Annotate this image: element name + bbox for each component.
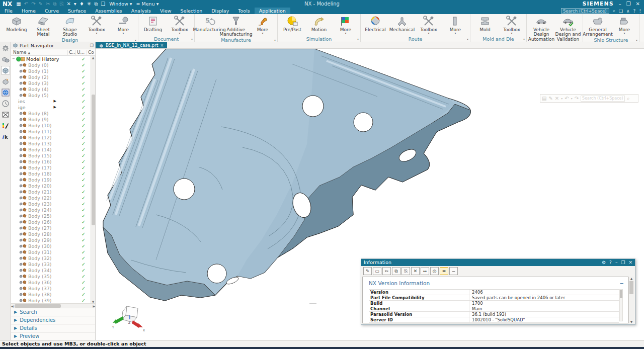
ribbon-tab-application[interactable]: Application	[255, 8, 290, 14]
tree-row-body-16-[interactable]: Body (16)✓	[11, 158, 91, 164]
tree-row-body-5-[interactable]: Body (5)✓	[11, 92, 91, 98]
note-icon[interactable]: ▤	[542, 96, 546, 101]
ribbon-button-mold[interactable]: Mold	[472, 15, 498, 32]
tree-row-body-30-[interactable]: Body (30)✓	[11, 243, 91, 249]
tree-row-body-39-[interactable]: Body (39)✓	[11, 297, 91, 303]
word-wrap-icon[interactable]: ≡	[440, 267, 448, 275]
ribbon-button-toolbox[interactable]: Toolbox▾	[84, 15, 110, 34]
dropdown-arrow-icon[interactable]: ▾	[454, 32, 456, 34]
information-title-bar[interactable]: Information ⚙ ? – ❐ ✕	[361, 259, 635, 266]
ribbon-tab-home[interactable]: Home	[17, 8, 40, 14]
content-scrollbar[interactable]	[619, 289, 623, 321]
tree-horizontal-scrollbar[interactable]: ◀ ▶	[11, 303, 95, 308]
tree-vertical-scrollbar[interactable]: ▲ ▼	[91, 56, 95, 303]
ribbon-tab-analysis[interactable]: Analysis	[127, 8, 155, 14]
ribbon-button-more[interactable]: More▾	[611, 15, 637, 34]
delete-icon[interactable]: ✕	[555, 96, 559, 101]
dropdown-arrow-icon[interactable]: ▾	[428, 32, 429, 34]
tree-row-body-24-[interactable]: Body (24)✓	[11, 207, 91, 213]
ribbon-button-gateway[interactable]: Gateway	[641, 15, 644, 32]
column-up-to-date[interactable]: U...	[76, 50, 87, 55]
help-icon[interactable]: ?	[609, 260, 612, 265]
tree-row-body-22-[interactable]: Body (22)✓	[11, 195, 91, 201]
dropdown-icon[interactable]: ▾	[561, 97, 562, 100]
expand-arrow-icon[interactable]: ▶	[54, 99, 56, 103]
tree-row-body-31-[interactable]: Body (31)✓	[11, 249, 91, 255]
scroll-right-icon[interactable]: ▶	[93, 304, 95, 308]
tree-row-body-8-[interactable]: Body (8)✓	[11, 110, 91, 116]
ribbon-tab-display[interactable]: Display	[207, 8, 233, 14]
edit-settings-icon[interactable]: ✎	[363, 267, 372, 275]
command-search-input[interactable]	[561, 8, 609, 14]
section-dependencies[interactable]: ▶Dependencies	[11, 316, 95, 324]
templates-icon[interactable]	[1, 110, 10, 119]
close-button[interactable]: ✕	[636, 1, 640, 7]
section-preview[interactable]: ▶Preview	[11, 332, 95, 340]
maximize-icon[interactable]: ❐	[621, 260, 625, 265]
tree-row-body-13-[interactable]: Body (13)✓	[11, 140, 91, 146]
tree-row-body-27-[interactable]: Body (27)✓	[11, 225, 91, 231]
tree-column-header[interactable]: Name ▲ C... U... Co	[11, 49, 95, 56]
ribbon-tab-file[interactable]: File	[0, 8, 17, 14]
touch-mode-icon[interactable]: ✳	[87, 0, 91, 8]
group-dropdown-icon[interactable]: ▾	[467, 37, 468, 41]
close-tab-icon[interactable]: ×	[160, 43, 164, 48]
cut-icon[interactable]: ✂	[382, 267, 391, 275]
ribbon-button-drafting[interactable]: Drafting	[140, 15, 166, 32]
tree-row-body-15-[interactable]: Body (15)✓	[11, 152, 91, 158]
group-dropdown-icon[interactable]: ▾	[191, 37, 193, 41]
ribbon-button-pre-post[interactable]: Pre/Post	[279, 15, 305, 32]
tree-row-body-10-[interactable]: Body (10)✓	[11, 122, 91, 128]
ribbon-button-toolbox[interactable]: Toolbox▾	[167, 15, 193, 34]
ribbon-button-mechanical[interactable]: Mechanical	[389, 15, 415, 32]
ribbon-button-modeling[interactable]: Modeling	[4, 15, 30, 32]
dropdown-icon[interactable]: ▾	[571, 97, 573, 100]
pencil-icon[interactable]: ✎	[548, 96, 552, 101]
microphone-icon[interactable]: ♦	[79, 0, 84, 8]
settings-gear-icon[interactable]: ⚙	[602, 260, 606, 265]
column-name[interactable]: Name	[13, 50, 27, 55]
dropdown-arrow-icon[interactable]: ▾	[623, 32, 625, 34]
ribbon-tab-surface[interactable]: Surface	[63, 8, 91, 14]
cut-icon[interactable]: ✂	[46, 0, 50, 8]
search-icon[interactable]: ⌕	[627, 96, 630, 102]
collapse-icon[interactable]: −	[11, 57, 16, 61]
tree-row-body-29-[interactable]: Body (29)✓	[11, 237, 91, 243]
ribbon-button-electrical[interactable]: Electrical	[362, 15, 388, 32]
ribbon-button-shape-studio[interactable]: Shape Studio	[57, 15, 83, 37]
orientation-triad[interactable]: Y X Z	[112, 300, 148, 332]
tree-row-body-3-[interactable]: Body (3)✓	[11, 80, 91, 86]
section-details[interactable]: ▶Details	[11, 324, 95, 332]
search-icon[interactable]: ⌕	[613, 8, 615, 14]
tree-row-body-20-[interactable]: Body (20)✓	[11, 183, 91, 189]
tree-row-body-4-[interactable]: Body (4)✓	[11, 86, 91, 92]
scroll-up-icon[interactable]: ▲	[630, 277, 633, 280]
dropdown-arrow-icon[interactable]: ▾	[96, 32, 97, 34]
find-icon[interactable]: ◎	[430, 267, 439, 275]
tree-row-body-34-[interactable]: Body (34)✓	[11, 267, 91, 273]
minimize-ribbon-icon[interactable]: ∧	[626, 9, 630, 14]
minimize-icon[interactable]: –	[615, 260, 618, 265]
ribbon-button-more[interactable]: More▾	[250, 15, 276, 34]
ribbon-button-more[interactable]: More▾	[442, 15, 468, 34]
undo-icon[interactable]: ↶	[565, 96, 569, 101]
ribbon-button-more[interactable]: More▾	[110, 15, 136, 34]
tree-row-body-25-[interactable]: Body (25)✓	[11, 213, 91, 219]
tree-row-body-26-[interactable]: Body (26)✓	[11, 219, 91, 225]
history-icon[interactable]	[1, 99, 10, 108]
dropdown-arrow-icon[interactable]: ▾	[179, 32, 180, 34]
dropdown-icon[interactable]: ▾	[74, 0, 76, 8]
tree-row-ies[interactable]: ies▶✓	[11, 98, 91, 104]
tree-row-body-28-[interactable]: Body (28)✓	[11, 231, 91, 237]
ribbon-tab-curve[interactable]: Curve	[40, 8, 63, 14]
ribbon-button-general-arrangement[interactable]: General Arrangement	[585, 15, 611, 37]
paste-icon[interactable]: ⎘	[401, 267, 410, 275]
visual-reports-icon[interactable]	[1, 121, 10, 130]
dropdown-arrow-icon[interactable]: ▾	[511, 32, 512, 34]
ribbon-tab-tools[interactable]: Tools	[233, 8, 254, 14]
help-icon[interactable]: ?	[633, 9, 636, 14]
knowledge-fusion-icon[interactable]: ik	[1, 132, 10, 141]
assembly-navigator-icon[interactable]	[1, 55, 10, 63]
collapse-section-icon[interactable]: −	[620, 281, 624, 286]
scroll-left-icon[interactable]: ◀	[11, 304, 14, 308]
